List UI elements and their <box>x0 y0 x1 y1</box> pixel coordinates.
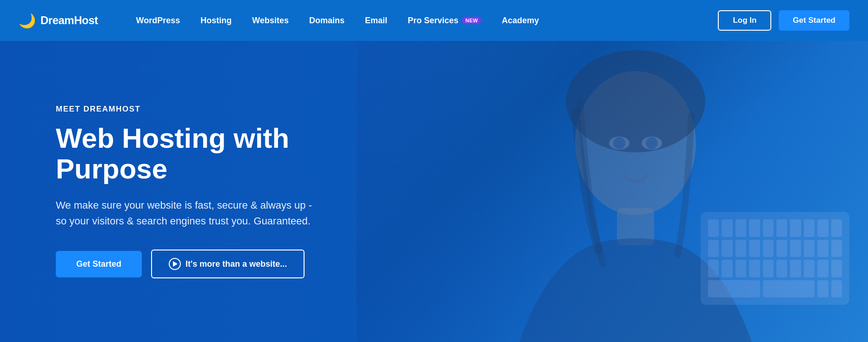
nav-wordpress[interactable]: WordPress <box>126 16 191 26</box>
nav-links: WordPress Hosting Websites Domains Email… <box>126 16 718 26</box>
hero-title: Web Hosting with Purpose <box>56 123 363 184</box>
hero-content: MEET DREAMHOST Web Hosting with Purpose … <box>0 105 363 278</box>
nav-websites[interactable]: Websites <box>242 16 299 26</box>
hero-eyebrow: MEET DREAMHOST <box>56 105 363 114</box>
logo[interactable]: 🌙 DreamHost <box>19 13 98 29</box>
new-badge: New <box>462 17 481 24</box>
brand-name: DreamHost <box>40 14 98 27</box>
hero-get-started-button[interactable]: Get Started <box>56 251 142 277</box>
play-triangle <box>173 261 178 267</box>
hero-subtitle: We make sure your website is fast, secur… <box>56 197 363 229</box>
nav-actions: Log In Get Started <box>718 10 849 31</box>
play-icon <box>169 258 181 270</box>
main-nav: 🌙 DreamHost WordPress Hosting Websites D… <box>0 0 868 41</box>
nav-academy[interactable]: Academy <box>491 16 549 26</box>
hero-video-button[interactable]: It's more than a website... <box>151 250 305 278</box>
nav-email[interactable]: Email <box>355 16 398 26</box>
logo-icon: 🌙 <box>19 13 36 29</box>
nav-hosting[interactable]: Hosting <box>190 16 242 26</box>
hero-section: MEET DREAMHOST Web Hosting with Purpose … <box>0 41 868 342</box>
get-started-nav-button[interactable]: Get Started <box>779 10 849 31</box>
nav-pro-services[interactable]: Pro Services New <box>398 16 491 26</box>
login-button[interactable]: Log In <box>718 10 771 31</box>
nav-domains[interactable]: Domains <box>299 16 355 26</box>
hero-buttons: Get Started It's more than a website... <box>56 250 363 278</box>
